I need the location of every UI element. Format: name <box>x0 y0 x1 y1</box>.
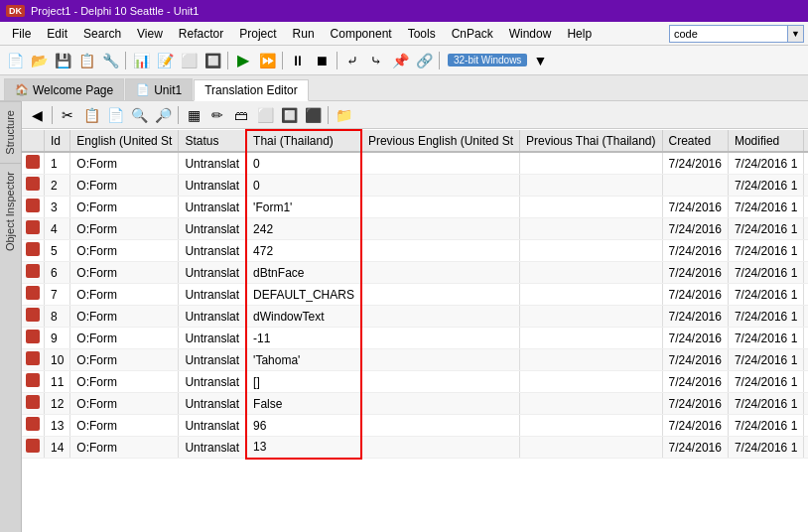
table-row[interactable]: 2 O:Form Untranslat 0 7/24/2016 1 <box>22 175 808 197</box>
stop-button[interactable]: ⏹ <box>311 50 333 71</box>
cell-prev-thai <box>520 197 663 218</box>
toolbar-btn-11[interactable]: ⤷ <box>365 50 387 71</box>
bitness-dropdown[interactable]: ▼ <box>529 50 551 71</box>
cell-thai[interactable]: DEFAULT_CHARS <box>246 284 361 306</box>
col-comment[interactable]: Comment <box>804 130 808 152</box>
editor-btn-table[interactable]: 🗃 <box>230 104 252 126</box>
cell-thai[interactable]: 'Form1' <box>246 197 361 218</box>
cell-thai[interactable]: 13 <box>246 437 361 459</box>
table-row[interactable]: 9 O:Form Untranslat -11 7/24/2016 7/24/2… <box>22 328 808 349</box>
cell-id: 13 <box>45 415 70 437</box>
cell-thai[interactable]: 472 <box>246 240 361 262</box>
col-id[interactable]: Id <box>45 130 70 152</box>
sidebar-object-inspector-tab[interactable]: Object Inspector <box>0 163 21 259</box>
table-row[interactable]: 8 O:Form Untranslat dWindowText 7/24/201… <box>22 306 808 328</box>
step-button[interactable]: ⏩ <box>256 50 278 71</box>
cell-english: O:Form <box>70 437 179 459</box>
editor-btn-find[interactable]: 🔍 <box>128 104 150 126</box>
new-button[interactable]: 📄 <box>4 50 26 71</box>
editor-btn-mark[interactable]: ⬛ <box>302 104 324 126</box>
menu-project[interactable]: Project <box>231 25 284 43</box>
cell-thai[interactable]: 0 <box>246 175 361 197</box>
cell-thai[interactable]: dWindowText <box>246 306 361 328</box>
menu-window[interactable]: Window <box>501 25 560 43</box>
menu-search[interactable]: Search <box>75 25 129 43</box>
cell-prev-english <box>361 197 520 218</box>
toolbar-btn-12[interactable]: 📌 <box>389 50 411 71</box>
editor-btn-edit[interactable]: ✏ <box>206 104 228 126</box>
toolbar-btn-10[interactable]: ⤶ <box>341 50 363 71</box>
toolbar-btn-9[interactable]: 🔲 <box>202 50 223 71</box>
cell-id: 12 <box>45 393 70 415</box>
run-button[interactable]: ▶ <box>232 50 254 71</box>
cell-thai[interactable]: False <box>246 393 361 415</box>
pause-button[interactable]: ⏸ <box>287 50 309 71</box>
table-row[interactable]: 5 O:Form Untranslat 472 7/24/2016 7/24/2… <box>22 240 808 262</box>
open-button[interactable]: 📂 <box>28 50 50 71</box>
editor-btn-replace[interactable]: 🔎 <box>152 104 174 126</box>
toolbar-btn-7[interactable]: 📝 <box>154 50 176 71</box>
table-row[interactable]: 3 O:Form Untranslat 'Form1' 7/24/2016 7/… <box>22 197 808 218</box>
col-modified[interactable]: Modified <box>728 130 803 152</box>
col-created[interactable]: Created <box>662 130 728 152</box>
col-english[interactable]: English (United St <box>70 130 179 152</box>
cell-thai[interactable]: 'Tahoma' <box>246 349 361 371</box>
menu-tools[interactable]: Tools <box>400 25 444 43</box>
editor-btn-arrow[interactable]: ◀ <box>26 104 48 126</box>
tab-translation-editor[interactable]: Translation Editor <box>194 79 309 101</box>
table-row[interactable]: 13 O:Form Untranslat 96 7/24/2016 7/24/2… <box>22 415 808 437</box>
toolbar-btn-5[interactable]: 🔧 <box>99 50 121 71</box>
editor-btn-cols2[interactable]: 🔲 <box>278 104 300 126</box>
menu-refactor[interactable]: Refactor <box>171 25 231 43</box>
cell-thai[interactable]: 242 <box>246 218 361 240</box>
cell-modified: 7/24/2016 1 <box>728 284 803 306</box>
tab-unit1[interactable]: 📄 Unit1 <box>125 78 193 100</box>
menu-run[interactable]: Run <box>285 25 323 43</box>
toolbar-btn-13[interactable]: 🔗 <box>413 50 435 71</box>
tab-welcome-page[interactable]: 🏠 Welcome Page <box>4 78 124 100</box>
editor-btn-cut[interactable]: ✂ <box>57 104 78 126</box>
menu-edit[interactable]: Edit <box>39 25 75 43</box>
cell-thai[interactable]: [] <box>246 371 361 393</box>
cell-created: 7/24/2016 <box>662 349 728 371</box>
toolbar-btn-6[interactable]: 📊 <box>130 50 152 71</box>
editor-btn-import[interactable]: 📁 <box>333 104 354 126</box>
menu-help[interactable]: Help <box>559 25 600 43</box>
save-button[interactable]: 💾 <box>52 50 73 71</box>
cell-created: 7/24/2016 <box>662 284 728 306</box>
table-container[interactable]: Id English (United St Status Thai (Thail… <box>22 129 808 532</box>
menu-component[interactable]: Component <box>323 25 400 43</box>
search-dropdown-button[interactable]: ▼ <box>788 25 804 43</box>
table-row[interactable]: 1 O:Form Untranslat 0 7/24/2016 7/24/201… <box>22 152 808 175</box>
cell-prev-thai <box>520 393 663 415</box>
col-status[interactable]: Status <box>179 130 246 152</box>
cell-thai[interactable]: dBtnFace <box>246 262 361 284</box>
editor-btn-paste[interactable]: 📄 <box>104 104 126 126</box>
table-row[interactable]: 14 O:Form Untranslat 13 7/24/2016 7/24/2… <box>22 437 808 459</box>
table-row[interactable]: 11 O:Form Untranslat [] 7/24/2016 7/24/2… <box>22 371 808 393</box>
editor-btn-copy[interactable]: 📋 <box>80 104 102 126</box>
menu-cnpack[interactable]: CnPack <box>444 25 501 43</box>
cell-thai[interactable]: -11 <box>246 328 361 349</box>
row-indicator-cell <box>22 240 45 262</box>
search-input[interactable] <box>669 25 788 43</box>
cell-thai[interactable]: 96 <box>246 415 361 437</box>
col-prev-thai[interactable]: Previous Thai (Thailand) <box>520 130 663 152</box>
row-indicator <box>26 439 40 453</box>
table-row[interactable]: 6 O:Form Untranslat dBtnFace 7/24/2016 7… <box>22 262 808 284</box>
editor-btn-grid[interactable]: ▦ <box>183 104 204 126</box>
table-row[interactable]: 12 O:Form Untranslat False 7/24/2016 7/2… <box>22 393 808 415</box>
col-thai[interactable]: Thai (Thailand) <box>246 130 361 152</box>
menu-file[interactable]: File <box>4 25 39 43</box>
cell-thai[interactable]: 0 <box>246 152 361 175</box>
table-row[interactable]: 4 O:Form Untranslat 242 7/24/2016 7/24/2… <box>22 218 808 240</box>
sidebar-structure-tab[interactable]: Structure <box>0 101 21 163</box>
table-row[interactable]: 10 O:Form Untranslat 'Tahoma' 7/24/2016 … <box>22 349 808 371</box>
toolbar-btn-4[interactable]: 📋 <box>75 50 97 71</box>
cell-status: Untranslat <box>179 306 246 328</box>
col-prev-english[interactable]: Previous English (United St <box>361 130 520 152</box>
menu-view[interactable]: View <box>129 25 171 43</box>
toolbar-btn-8[interactable]: ⬜ <box>178 50 200 71</box>
editor-btn-cols[interactable]: ⬜ <box>254 104 276 126</box>
table-row[interactable]: 7 O:Form Untranslat DEFAULT_CHARS 7/24/2… <box>22 284 808 306</box>
